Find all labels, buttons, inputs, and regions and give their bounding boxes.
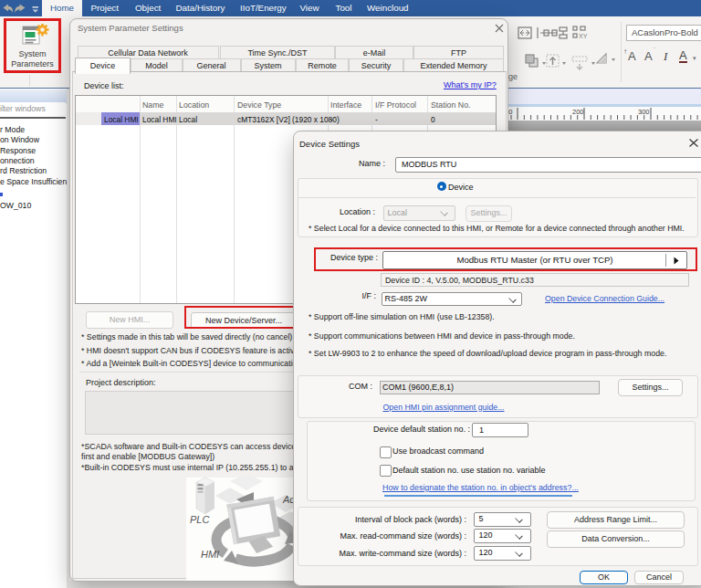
svg-text:PLC: PLC xyxy=(190,514,209,525)
svg-text:HMI: HMI xyxy=(201,549,219,560)
svg-text:300: 300 xyxy=(638,108,650,116)
svg-text:200: 200 xyxy=(572,108,584,116)
svg-text:XY: XY xyxy=(579,33,588,39)
